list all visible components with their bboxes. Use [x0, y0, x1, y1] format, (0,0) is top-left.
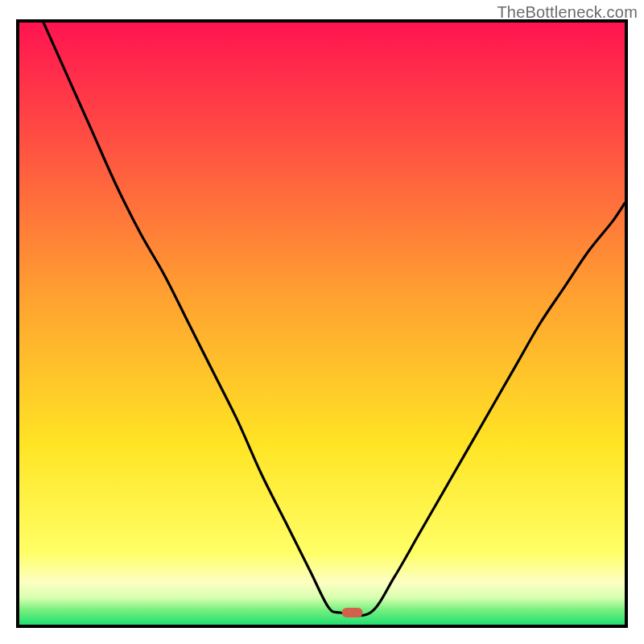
optimal-marker	[342, 608, 363, 617]
gradient-background	[19, 23, 625, 625]
chart-container: TheBottleneck.com	[0, 0, 644, 644]
plot-svg	[19, 23, 625, 625]
watermark-text: TheBottleneck.com	[497, 3, 638, 22]
plot-area	[16, 19, 628, 628]
